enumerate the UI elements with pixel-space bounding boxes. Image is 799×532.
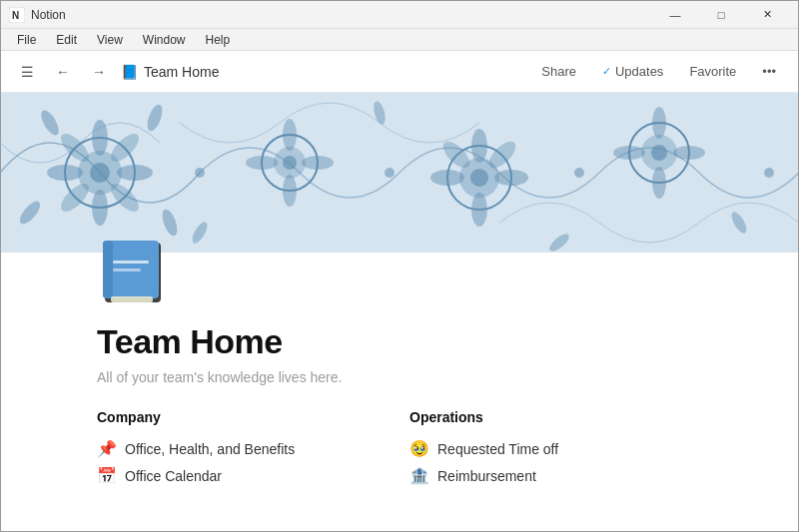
company-column-header: Company bbox=[97, 409, 390, 425]
menu-bar: File Edit View Window Help bbox=[1, 29, 798, 51]
office-health-icon: 📌 bbox=[97, 439, 117, 458]
updates-label: Updates bbox=[615, 64, 663, 79]
svg-point-48 bbox=[764, 168, 774, 178]
company-column: Company 📌 Office, Health, and Benefits 📅… bbox=[97, 409, 390, 489]
toolbar-left: ☰ ← → 📘 Team Home bbox=[13, 58, 523, 86]
svg-point-30 bbox=[430, 170, 464, 186]
list-item[interactable]: 📌 Office, Health, and Benefits bbox=[97, 435, 390, 462]
toolbar: ☰ ← → 📘 Team Home Share ✓ Updates Favori… bbox=[1, 51, 798, 93]
menu-edit[interactable]: Edit bbox=[48, 31, 85, 49]
title-bar: N Notion — □ ✕ bbox=[1, 1, 798, 29]
svg-point-37 bbox=[652, 107, 666, 139]
svg-point-7 bbox=[92, 190, 108, 226]
close-button[interactable]: ✕ bbox=[744, 1, 790, 29]
updates-check-icon: ✓ bbox=[602, 65, 611, 78]
title-bar-title: Notion bbox=[31, 8, 66, 22]
svg-point-29 bbox=[471, 193, 487, 227]
share-label: Share bbox=[541, 64, 576, 79]
list-item[interactable]: 📅 Office Calendar bbox=[97, 462, 390, 489]
office-calendar-label: Office Calendar bbox=[125, 468, 222, 484]
banner-pattern-svg bbox=[1, 93, 798, 253]
favorite-label: Favorite bbox=[689, 64, 736, 79]
svg-point-27 bbox=[470, 169, 488, 187]
svg-point-38 bbox=[652, 167, 666, 199]
svg-point-22 bbox=[283, 175, 297, 207]
svg-rect-54 bbox=[113, 268, 141, 271]
forward-icon: → bbox=[92, 64, 106, 80]
svg-rect-53 bbox=[113, 261, 149, 264]
back-button[interactable]: ← bbox=[49, 58, 77, 86]
title-bar-controls: — □ ✕ bbox=[652, 1, 790, 29]
operations-column: Operations 🥹 Requested Time off 🏦 Reimbu… bbox=[409, 409, 702, 489]
svg-rect-52 bbox=[111, 296, 153, 302]
time-off-icon: 🥹 bbox=[409, 439, 429, 458]
office-health-label: Office, Health, and Benefits bbox=[125, 441, 295, 457]
menu-help[interactable]: Help bbox=[198, 31, 239, 49]
book-icon bbox=[97, 233, 175, 310]
svg-point-8 bbox=[47, 165, 83, 181]
breadcrumb: 📘 Team Home bbox=[121, 64, 219, 80]
svg-point-40 bbox=[673, 146, 705, 160]
page-subtitle: All of your team's knowledge lives here. bbox=[97, 369, 702, 385]
svg-point-21 bbox=[283, 119, 297, 151]
page-title: Team Home bbox=[97, 322, 702, 361]
notion-logo-icon: N bbox=[9, 7, 25, 23]
svg-point-9 bbox=[117, 165, 153, 181]
updates-button[interactable]: ✓ Updates bbox=[592, 60, 673, 83]
svg-text:N: N bbox=[12, 10, 19, 21]
menu-view[interactable]: View bbox=[89, 31, 131, 49]
reimbursement-label: Reimbursement bbox=[437, 468, 536, 484]
toolbar-right: Share ✓ Updates Favorite ••• bbox=[531, 60, 786, 83]
svg-point-24 bbox=[302, 156, 334, 170]
page-banner bbox=[1, 93, 798, 253]
page-emoji: 📘 bbox=[121, 64, 138, 80]
minimize-button[interactable]: — bbox=[652, 1, 698, 29]
sidebar-toggle-icon: ☰ bbox=[21, 64, 34, 80]
title-bar-left: N Notion bbox=[9, 7, 66, 23]
list-item[interactable]: 🥹 Requested Time off bbox=[409, 435, 702, 462]
reimbursement-icon: 🏦 bbox=[409, 466, 429, 485]
forward-button[interactable]: → bbox=[85, 58, 113, 86]
maximize-button[interactable]: □ bbox=[698, 1, 744, 29]
page-content-area: Team Home All of your team's knowledge l… bbox=[1, 93, 798, 532]
time-off-label: Requested Time off bbox=[437, 441, 558, 457]
favorite-button[interactable]: Favorite bbox=[679, 60, 746, 83]
svg-point-45 bbox=[195, 168, 205, 178]
svg-rect-51 bbox=[103, 241, 113, 298]
svg-point-28 bbox=[471, 129, 487, 163]
back-icon: ← bbox=[56, 64, 70, 80]
list-item[interactable]: 🏦 Reimbursement bbox=[409, 462, 702, 489]
more-options-button[interactable]: ••• bbox=[752, 60, 786, 83]
sidebar-toggle-button[interactable]: ☰ bbox=[13, 58, 41, 86]
svg-point-23 bbox=[246, 156, 278, 170]
office-calendar-icon: 📅 bbox=[97, 466, 117, 485]
more-options-icon: ••• bbox=[762, 64, 776, 79]
page-icon bbox=[97, 233, 175, 310]
menu-file[interactable]: File bbox=[9, 31, 44, 49]
svg-point-47 bbox=[574, 168, 584, 178]
menu-window[interactable]: Window bbox=[135, 31, 194, 49]
share-button[interactable]: Share bbox=[531, 60, 586, 83]
page-title: Team Home bbox=[144, 64, 219, 80]
svg-point-46 bbox=[385, 168, 395, 178]
content-columns: Company 📌 Office, Health, and Benefits 📅… bbox=[97, 409, 702, 489]
operations-column-header: Operations bbox=[409, 409, 702, 425]
page-body: Team Home All of your team's knowledge l… bbox=[1, 233, 798, 489]
